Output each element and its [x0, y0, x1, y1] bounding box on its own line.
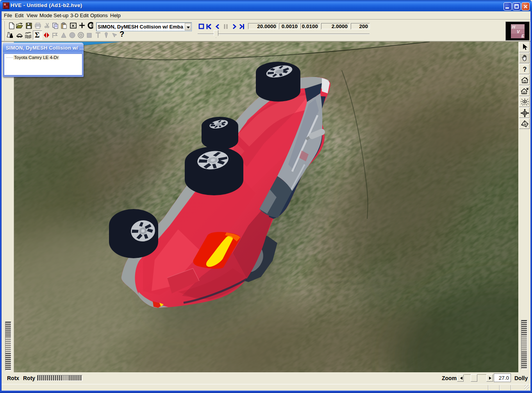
- svg-text:?: ?: [523, 66, 527, 73]
- svg-text:Σ: Σ: [35, 31, 39, 38]
